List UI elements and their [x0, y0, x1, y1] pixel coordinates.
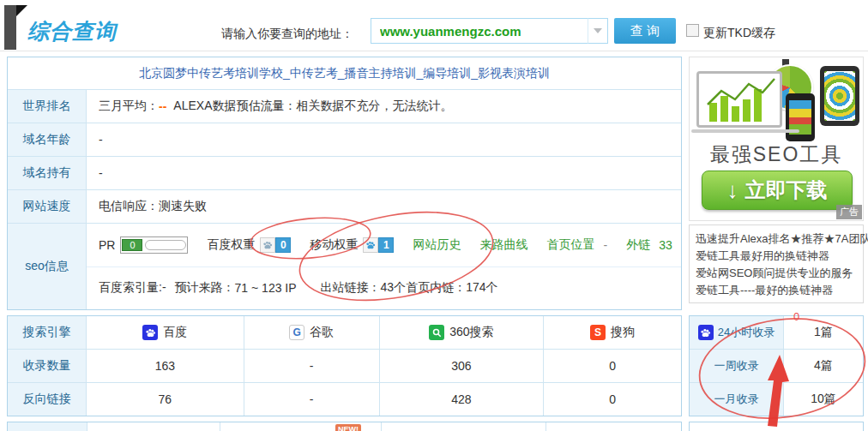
mobile-weight-badge[interactable]: 1 [363, 237, 394, 253]
promo-link[interactable]: 爱站网SEO顾问提供专业的服务 [696, 265, 857, 282]
fold-bar-decoration [4, 5, 16, 50]
index-count-360[interactable]: 306 [380, 350, 545, 382]
seo-info-row: seo信息 PR 0 百度权重 0 移动权重 [8, 224, 681, 309]
domain-age-value: - [87, 123, 681, 156]
site-title-link[interactable]: 北京圆梦中传艺考培训学校_中传艺考_播音主持培训_编导培训_影视表演培训 [139, 66, 550, 81]
360-search-icon [429, 325, 444, 340]
header-divider [0, 51, 868, 51]
traffic-curve-link[interactable]: 来路曲线 [479, 237, 527, 253]
baidu-weight-value: 0 [275, 237, 291, 253]
table-row: 反向链接 76 - 428 0 [8, 383, 681, 416]
backlinks-google: - [244, 383, 380, 416]
ad-tag: 广告 [836, 205, 862, 219]
table-row: 网站速度 电信响应：测速失败 [8, 190, 681, 224]
engine-baidu[interactable]: 百度 [87, 316, 244, 349]
row-label-search-engines: 搜索引擎 [8, 316, 87, 349]
domain-hold-value: - [87, 157, 681, 189]
next-table-partial: NEW! [7, 422, 682, 431]
promo-link[interactable]: 爱链工具----最好的换链神器 [696, 282, 857, 299]
seo-line-2: 百度索引量:- 预计来路： 71 ~ 123 IP 出站链接： 43个 首页内链… [87, 266, 681, 310]
home-position-link[interactable]: 首页位置 [546, 237, 594, 253]
query-button[interactable]: 查 询 [614, 18, 676, 44]
engine-google[interactable]: G 谷歌 [244, 316, 380, 349]
new-badge: NEW! [335, 424, 361, 431]
engine-sogou[interactable]: S 搜狗 [544, 316, 681, 349]
inclusion-week-value[interactable]: 4篇 [784, 350, 863, 382]
address-input[interactable] [371, 18, 588, 44]
inclusion-24h-text: 24小时收录 [718, 325, 775, 340]
next-panel-partial [689, 422, 864, 431]
laptop-base [691, 129, 799, 133]
table-row: 域名持有 - [8, 157, 681, 190]
row-label-world-rank: 世界排名 [8, 90, 87, 123]
laptop-chart-illustration [696, 71, 782, 128]
baidu-weight-badge[interactable]: 0 [260, 237, 291, 253]
seo-info-content: PR 0 百度权重 0 移动权重 [87, 224, 681, 309]
baidu-icon [142, 325, 158, 340]
world-rank-dash: -- [159, 99, 166, 113]
index-count-baidu[interactable]: 163 [87, 350, 244, 382]
mobile-weight-value: 1 [378, 237, 394, 253]
site-title-row: 北京圆梦中传艺考培训学校_中传艺考_播音主持培训_编导培训_影视表演培训 [8, 57, 681, 90]
world-rank-suffix: ALEXA数据预估流量：相关数据不充分，无法统计。 [173, 99, 452, 114]
next-table-label-cell [8, 422, 87, 431]
outlink-label[interactable]: 外链 [626, 237, 650, 253]
column-divider [381, 422, 382, 431]
download-now-button[interactable]: ↓ 立即下载 [702, 171, 853, 210]
address-input-label: 请输入你要查询的地址： [221, 27, 353, 42]
seo-tool-ad[interactable]: 最强SEO工具 ↓ 立即下载 广告 [689, 57, 864, 221]
engine-name: 百度 [163, 325, 187, 340]
world-rank-value: 三月平均： -- ALEXA数据预估流量：相关数据不充分，无法统计。 [87, 90, 681, 123]
site-speed-value: 电信响应：测速失败 [87, 190, 681, 223]
google-icon: G [289, 325, 304, 340]
index-count-sogou[interactable]: 0 [544, 350, 681, 382]
engine-360[interactable]: 360搜索 [380, 316, 545, 349]
site-history-link[interactable]: 网站历史 [413, 237, 461, 253]
world-rank-prefix: 三月平均： [99, 99, 159, 114]
engine-name: 谷歌 [310, 325, 334, 340]
tablet-illustration [820, 66, 859, 126]
table-row: 一周收录 4篇 [690, 350, 863, 383]
inner-links-value: 174个 [466, 280, 497, 296]
page-title: 综合查询 [27, 17, 117, 45]
row-label-seo-info: seo信息 [8, 224, 87, 309]
seo-query-page: 综合查询 请输入你要查询的地址： 查 询 更新TKD缓存 北京圆梦中传艺考培训学… [0, 0, 868, 431]
fold-corner-triangle [16, 5, 27, 16]
visits-label: 预计来路： [175, 280, 235, 296]
sogou-icon: S [590, 325, 606, 340]
outbound-label: 出站链接： [321, 280, 381, 296]
tkd-cache-checkbox[interactable] [686, 24, 699, 37]
inner-links-label: 首页内链： [406, 280, 466, 296]
table-row: 世界排名 三月平均： -- ALEXA数据预估流量：相关数据不充分，无法统计。 [8, 90, 681, 123]
outbound-value: 43个 [381, 280, 407, 296]
table-row: 一月收录 10篇 [690, 383, 863, 416]
overview-table: 北京圆梦中传艺考培训学校_中传艺考_播音主持培训_编导培训_影视表演培训 世界排… [7, 57, 682, 310]
pr-bar: 0 [120, 236, 188, 254]
backlinks-baidu[interactable]: 76 [87, 383, 244, 416]
index-count-google: - [244, 350, 380, 382]
table-row: 收录数量 163 - 306 0 [8, 350, 681, 383]
address-dropdown-toggle[interactable] [588, 18, 608, 44]
backlinks-sogou[interactable]: 0 [544, 383, 681, 416]
baidu-weight-label: 百度权重 [207, 237, 255, 253]
engine-name: 360搜索 [449, 325, 493, 340]
inclusion-week-label[interactable]: 一周收录 [690, 350, 784, 382]
inclusion-24h-label[interactable]: 24小时收录 [690, 316, 784, 349]
inclusion-panel: 24小时收录 1篇 一周收录 4篇 一月收录 10篇 [689, 315, 864, 416]
inclusion-month-value[interactable]: 10篇 [784, 383, 863, 416]
inclusion-month-label[interactable]: 一月收录 [690, 383, 784, 416]
column-divider [546, 422, 546, 431]
paw-icon [363, 237, 378, 253]
row-label-domain-age: 域名年龄 [8, 123, 87, 156]
promo-links-box: 迅速提升Alexa排名★推荐★7A团队 爱链工具最好用的换链神器 爱站网SEO顾… [689, 224, 864, 303]
table-row: 域名年龄 - [8, 123, 681, 157]
promo-link[interactable]: 迅速提升Alexa排名★推荐★7A团队 [696, 230, 857, 248]
outlink-value[interactable]: 33 [659, 238, 672, 252]
promo-link[interactable]: 爱链工具最好用的换链神器 [696, 248, 857, 265]
paw-icon [260, 237, 275, 253]
engines-header-row: 搜索引擎 百度 G 谷歌 360搜索 S 搜狗 [8, 316, 681, 350]
backlinks-360[interactable]: 428 [380, 383, 545, 416]
seo-tool-ad-illustration [690, 57, 865, 140]
chevron-down-icon [594, 28, 602, 33]
baidu-index-text: 百度索引量:- [99, 280, 166, 296]
